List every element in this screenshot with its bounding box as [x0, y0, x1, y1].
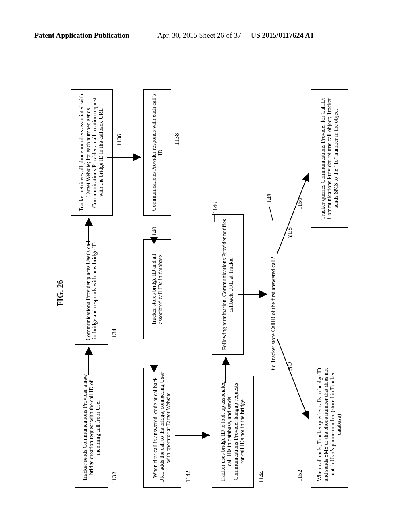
svg-line-9	[269, 207, 273, 222]
header-right: US 2015/0117624 A1	[251, 31, 314, 40]
svg-line-12	[277, 173, 309, 254]
header-left: Patent Application Publication	[34, 31, 129, 40]
patent-page: Patent Application Publication Apr. 30, …	[0, 0, 413, 532]
flow-arrows	[52, 89, 367, 492]
header-rule	[32, 42, 381, 42]
svg-line-11	[277, 339, 309, 419]
flowchart-fig-26: FIG. 26 Tracker sends Communications Pro…	[52, 89, 367, 492]
header-mid: Apr. 30, 2015 Sheet 26 of 37	[157, 31, 241, 40]
